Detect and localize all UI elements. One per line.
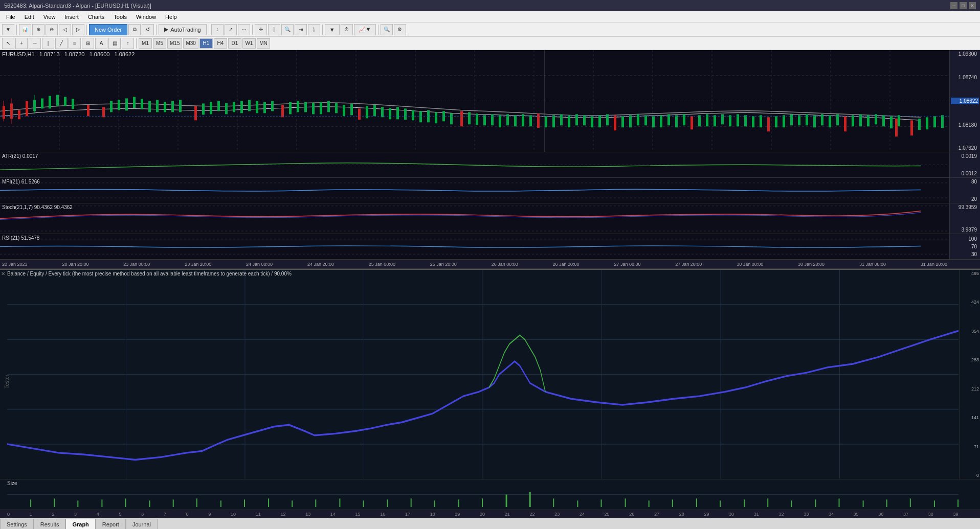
settings-btn[interactable]: ⚙ <box>394 24 406 35</box>
tester-close-button[interactable]: ✕ <box>1 271 5 277</box>
atr-scale-top: 0.0019 <box>951 153 979 159</box>
tf-h1[interactable]: H1 <box>199 38 213 49</box>
x-label-18: 18 <box>430 512 435 517</box>
tab-settings[interactable]: Settings <box>0 519 34 529</box>
close-button[interactable]: ✕ <box>969 2 976 9</box>
atr-canvas[interactable] <box>0 152 949 177</box>
tab-report[interactable]: Report <box>96 519 126 529</box>
line-btn[interactable]: ╱ <box>55 38 68 49</box>
balance-label: Balance / Equity / Every tick (the most … <box>7 271 292 277</box>
label-btn[interactable]: ▤ <box>108 38 121 49</box>
x-label-34: 34 <box>829 512 834 517</box>
cursor-btn[interactable]: ↖ <box>2 38 14 49</box>
time-label-13: 30 Jan 20:00 <box>798 262 825 267</box>
mfi-canvas[interactable] <box>0 178 949 203</box>
balance-chart-area[interactable]: ✕ Balance / Equity / Every tick (the mos… <box>0 270 980 479</box>
new-chart-btn[interactable]: 📊 <box>19 24 31 35</box>
svg-rect-108 <box>660 115 662 127</box>
time-label-2: 23 Jan 08:00 <box>123 262 150 267</box>
autoscroll-btn[interactable]: ⤵ <box>308 24 320 35</box>
menu-edit[interactable]: Edit <box>20 13 38 21</box>
svg-rect-119 <box>752 116 754 127</box>
x-label-31: 31 <box>754 512 759 517</box>
balance-svg-container <box>7 270 959 479</box>
rsi-scale: 100 70 30 <box>949 234 980 259</box>
tab-journal[interactable]: Journal <box>126 519 158 529</box>
svg-rect-40 <box>49 96 51 109</box>
tab-graph[interactable]: Graph <box>65 519 95 529</box>
tf-d1[interactable]: D1 <box>228 38 241 49</box>
stoch-scale-bottom: 3.9879 <box>951 227 979 233</box>
channel-btn[interactable]: ≡ <box>69 38 81 49</box>
tf-h4[interactable]: H4 <box>214 38 227 49</box>
hline-btn[interactable]: ─ <box>29 38 41 49</box>
tf-m30[interactable]: M30 <box>183 38 198 49</box>
crosshair-btn[interactable]: ✛ <box>255 24 267 35</box>
zoom-out-btn[interactable]: ⊖ <box>46 24 58 35</box>
autotrading-button[interactable]: ▶ AutoTrading <box>159 24 207 35</box>
new-order-button[interactable]: New Order <box>89 24 127 35</box>
chart-options-btn[interactable]: 📈▼ <box>354 24 376 35</box>
copy-btn[interactable]: ⧉ <box>128 24 141 35</box>
chart-shift-btn[interactable]: ⇥ <box>295 24 307 35</box>
arrow-btn[interactable]: ↑ <box>122 38 134 49</box>
window-controls: ─ □ ✕ <box>950 2 976 9</box>
svg-rect-139 <box>933 116 936 127</box>
tf-m15[interactable]: M15 <box>167 38 182 49</box>
timeframes-dropdown[interactable]: ▼ <box>325 24 340 35</box>
zoom-in-btn[interactable]: ⊕ <box>32 24 44 35</box>
timer-btn[interactable]: ⏱ <box>341 24 353 35</box>
time-label-4: 24 Jan 08:00 <box>246 262 273 267</box>
svg-rect-82 <box>435 112 437 123</box>
price2-label: 1.08720 <box>64 51 85 57</box>
time-label-10: 27 Jan 08:00 <box>614 262 640 267</box>
sep2 <box>86 25 87 35</box>
tab-results[interactable]: Results <box>34 519 66 529</box>
menu-charts[interactable]: Charts <box>84 13 108 21</box>
x-label-6: 6 <box>141 512 144 517</box>
refresh-btn[interactable]: ↺ <box>142 24 154 35</box>
period-sep-btn[interactable]: | <box>268 24 280 35</box>
text-btn[interactable]: A <box>95 38 107 49</box>
fibline-btn[interactable]: ⊞ <box>82 38 94 49</box>
trendline-btn[interactable]: ↗ <box>225 24 237 35</box>
price-chart-canvas[interactable] <box>0 50 949 152</box>
menu-insert[interactable]: Insert <box>60 13 83 21</box>
tf-mn[interactable]: MN <box>257 38 270 49</box>
tf-w1[interactable]: W1 <box>242 38 256 49</box>
time-label-14: 31 Jan 08:00 <box>859 262 886 267</box>
price3-label: 1.08600 <box>90 51 110 57</box>
indicators-btn[interactable]: ↕ <box>211 24 224 35</box>
menu-view[interactable]: View <box>39 13 60 21</box>
svg-rect-80 <box>419 111 422 122</box>
profiles-btn[interactable]: ▼ <box>2 24 14 35</box>
crosshair2-btn[interactable]: + <box>15 38 28 49</box>
svg-rect-55 <box>210 102 212 114</box>
fibonacci-btn[interactable]: ⋯ <box>238 24 250 35</box>
menu-file[interactable]: File <box>2 13 19 21</box>
svg-rect-91 <box>514 115 517 126</box>
scroll-left-btn[interactable]: ◁ <box>59 24 71 35</box>
menu-window[interactable]: Window <box>132 13 160 21</box>
mfi-panel: MFI(21) 61.5266 80 20 <box>0 178 980 203</box>
svg-rect-99 <box>583 115 586 125</box>
x-label-1: 1 <box>30 512 32 517</box>
svg-rect-128 <box>829 115 831 127</box>
tf-m5[interactable]: M5 <box>153 38 166 49</box>
search-btn[interactable]: 🔍 <box>381 24 393 35</box>
maximize-button[interactable]: □ <box>960 2 967 9</box>
menu-help[interactable]: Help <box>161 13 181 21</box>
svg-rect-116 <box>729 115 731 126</box>
zoom-mode-btn[interactable]: 🔍 <box>281 24 294 35</box>
tf-m1[interactable]: M1 <box>139 38 152 49</box>
stoch-scale-top: 99.3959 <box>951 204 979 210</box>
rsi-canvas[interactable] <box>0 234 949 259</box>
minimize-button[interactable]: ─ <box>950 2 957 9</box>
menu-tools[interactable]: Tools <box>109 13 131 21</box>
scroll-right-btn[interactable]: ▷ <box>72 24 84 35</box>
time-label-15: 31 Jan 20:00 <box>921 262 947 267</box>
price-chart-section[interactable]: EURUSD,H1 1.08713 1.08720 1.08600 1.0862… <box>0 50 980 152</box>
vline-btn[interactable]: | <box>42 38 54 49</box>
x-label-0: 0 <box>7 512 10 517</box>
stoch-canvas[interactable] <box>0 203 949 234</box>
